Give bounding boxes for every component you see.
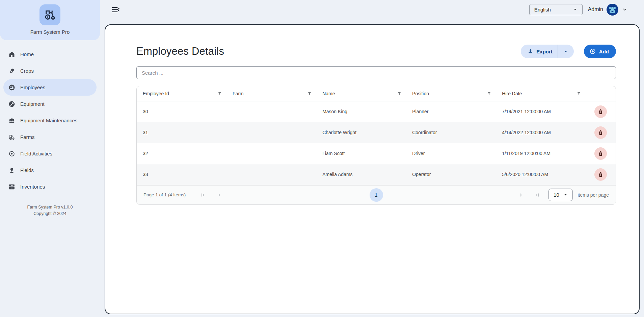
cell-hire-date: 7/19/2021 12:00:00 AM [496, 101, 586, 122]
sidebar-item-label: Crops [20, 68, 34, 74]
pagination-bar: Page 1 of 1 (4 items) 1 10 [137, 185, 616, 204]
sidebar-item-label: Employees [20, 84, 45, 90]
cell-hire-date: 4/14/2022 12:00:00 AM [496, 122, 586, 143]
app-version: Farm System Pro v1.0.0 [0, 204, 100, 211]
cell-employee-id: 32 [137, 143, 226, 164]
prev-page-icon [216, 192, 223, 198]
page-size-value: 10 [554, 192, 559, 198]
sidebar-item-label: Home [20, 51, 34, 57]
language-select[interactable]: English [529, 4, 583, 15]
trash-icon [597, 129, 604, 136]
topbar: English Admin [100, 0, 644, 19]
first-page-button[interactable] [197, 189, 209, 201]
target-icon [8, 150, 16, 157]
user-menu[interactable]: Admin [588, 3, 628, 16]
sidebar-item-equipment[interactable]: Equipment [3, 96, 97, 112]
cell-name: Liam Scott [316, 143, 406, 164]
employees-table: Employee IdFarmNamePositionHire Date 30M… [136, 86, 616, 205]
last-page-button[interactable] [531, 189, 543, 201]
sidebar-item-label: Farms [20, 134, 35, 140]
delete-button[interactable] [594, 126, 607, 139]
pagination-right: 10 items per page [513, 189, 610, 201]
export-button[interactable]: Export [521, 45, 558, 58]
cell-position: Planner [406, 101, 496, 122]
avatar [606, 3, 619, 16]
table-header-row: Employee IdFarmNamePositionHire Date [137, 86, 616, 101]
filter-icon[interactable] [217, 91, 222, 96]
column-header: Hire Date [502, 91, 522, 96]
cell-farm [226, 122, 316, 143]
sidebar-header: Farm System Pro [0, 0, 100, 40]
cell-farm [226, 143, 316, 164]
page-summary: Page 1 of 1 (4 items) [143, 192, 186, 197]
cell-hire-date: 1/11/2019 12:00:00 AM [496, 143, 586, 164]
search-input[interactable] [136, 66, 616, 79]
next-page-button[interactable] [515, 189, 527, 201]
filter-icon[interactable] [397, 91, 402, 96]
next-page-icon [517, 192, 524, 198]
sidebar-item-label: Equipment Maintenances [20, 118, 77, 123]
content-card: Employees Details Export Add [105, 24, 640, 314]
filter-icon[interactable] [576, 91, 582, 96]
download-icon [527, 48, 534, 55]
tractor-icon [8, 133, 16, 141]
cell-name: Charlotte Wright [316, 122, 406, 143]
sidebar-item-label: Field Activities [20, 151, 52, 156]
title-row: Employees Details Export Add [136, 45, 616, 58]
export-label: Export [536, 49, 553, 54]
filter-icon[interactable] [307, 91, 312, 96]
sidebar-item-equipment-maintenances[interactable]: Equipment Maintenances [3, 112, 97, 129]
toolbox-icon [8, 117, 16, 124]
column-header: Farm [233, 91, 244, 96]
cell-hire-date: 5/6/2020 12:00:00 AM [496, 164, 586, 185]
cell-name: Mason King [316, 101, 406, 122]
home-icon [8, 51, 16, 58]
sidebar-item-field-activities[interactable]: Field Activities [3, 145, 97, 162]
sidebar-footer: Farm System Pro v1.0.0 Copyright © 2024 [0, 204, 100, 217]
equipment-icon [8, 100, 16, 108]
menu-toggle-button[interactable] [109, 3, 122, 16]
brand-name: Farm System Pro [0, 29, 100, 35]
language-value: English [534, 7, 551, 13]
sidebar-item-fields[interactable]: Fields [3, 162, 97, 178]
trash-icon [597, 108, 604, 115]
export-menu-button[interactable] [558, 45, 574, 58]
sidebar-item-label: Inventories [20, 184, 45, 190]
sidebar-item-employees[interactable]: Employees [3, 79, 97, 96]
filter-icon[interactable] [486, 91, 492, 96]
menu-open-icon [111, 5, 120, 14]
tractor-icon [43, 8, 57, 22]
sidebar-nav: HomeCropsEmployeesEquipmentEquipment Mai… [0, 46, 100, 195]
main-column: English Admin [100, 0, 644, 317]
delete-button[interactable] [594, 168, 607, 181]
trash-icon [597, 171, 604, 178]
sidebar: Farm System Pro HomeCropsEmployeesEquipm… [0, 0, 100, 317]
prev-page-button[interactable] [213, 189, 225, 201]
items-per-page-label: items per page [578, 192, 609, 198]
copyright: Copyright © 2024 [0, 211, 100, 217]
sidebar-item-inventories[interactable]: Inventories [3, 178, 97, 195]
cell-position: Driver [406, 143, 496, 164]
employees-icon [8, 84, 16, 91]
export-split-button: Export [521, 45, 574, 58]
cell-farm [226, 101, 316, 122]
cell-employee-id: 30 [137, 101, 226, 122]
header-actions: Export Add [521, 45, 616, 58]
page-number-button[interactable]: 1 [370, 188, 383, 202]
user-name: Admin [588, 6, 603, 13]
sidebar-item-home[interactable]: Home [3, 46, 97, 63]
cell-farm [226, 164, 316, 185]
sidebar-item-farms[interactable]: Farms [3, 129, 97, 145]
table-row: 31Charlotte WrightCoordinator4/14/2022 1… [137, 122, 616, 143]
crops-icon [8, 67, 16, 75]
page-size-select[interactable]: 10 [548, 189, 573, 201]
add-button[interactable]: Add [584, 45, 616, 58]
delete-button[interactable] [594, 147, 607, 160]
last-page-icon [534, 192, 540, 198]
delete-button[interactable] [594, 105, 607, 118]
sidebar-item-crops[interactable]: Crops [3, 63, 97, 79]
cell-employee-id: 33 [137, 164, 226, 185]
cell-name: Amelia Adams [316, 164, 406, 185]
column-header: Employee Id [143, 91, 169, 96]
caret-down-icon [572, 6, 578, 13]
